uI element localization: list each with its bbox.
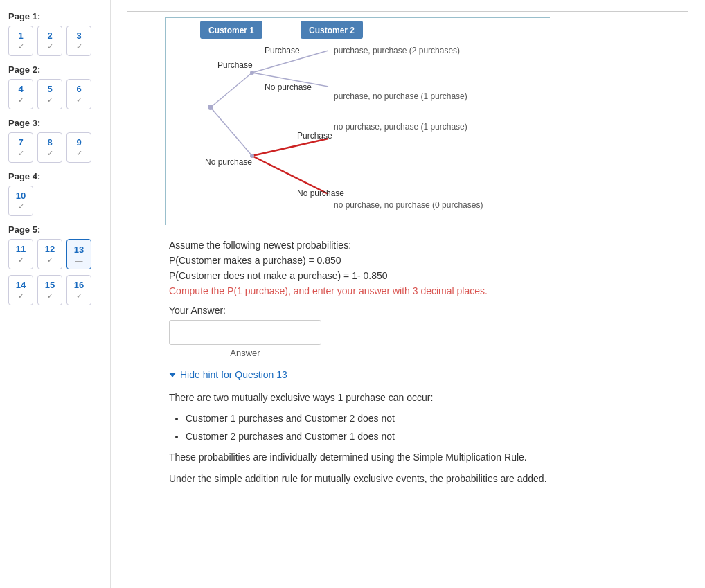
probability-tree-diagram: Customer 1 Customer 2 Purchase No purcha… — [162, 17, 550, 225]
hint-bullet-1: Customer 1 purchases and Customer 2 does… — [186, 411, 688, 426]
hint-toggle-label: Hide hint for Question 13 — [180, 369, 287, 380]
prob1-text: P(Customer makes a purchase) = 0.850 — [169, 255, 688, 266]
prob2-text: P(Customer does not make a purchase) = 1… — [169, 270, 688, 281]
svg-text:No purchase: No purchase — [297, 188, 344, 198]
nav-num-8: 8 — [47, 137, 52, 148]
nav-check-15: ✓ — [47, 292, 53, 301]
nav-check-16: ✓ — [76, 292, 82, 301]
nav-num-15: 15 — [45, 280, 55, 290]
question-text: Compute the P(1 purchase), and enter you… — [169, 285, 688, 296]
hint-toggle-button[interactable]: Hide hint for Question 13 — [169, 369, 688, 380]
svg-line-6 — [211, 73, 252, 107]
content-area: Assume the following newest probabilitie… — [169, 240, 688, 486]
nav-num-13: 13 — [74, 244, 84, 255]
nav-check-11: ✓ — [18, 256, 24, 265]
nav-item-7[interactable]: 7 ✓ — [8, 132, 33, 163]
svg-text:Purchase: Purchase — [265, 46, 300, 55]
nav-num-16: 16 — [74, 280, 84, 290]
svg-text:No purchase: No purchase — [205, 157, 252, 167]
nav-item-11[interactable]: 11 ✓ — [8, 239, 33, 269]
answer-caption: Answer — [169, 348, 321, 358]
nav-check-10: ✓ — [18, 202, 24, 211]
nav-item-8[interactable]: 8 ✓ — [37, 132, 62, 163]
nav-item-15[interactable]: 15 ✓ — [37, 275, 62, 305]
nav-item-4[interactable]: 4 ✓ — [8, 79, 33, 109]
answer-label: Your Answer: — [169, 305, 688, 316]
svg-text:no purchase, no purchase (0 pu: no purchase, no purchase (0 purchases) — [334, 200, 483, 210]
nav-check-1: ✓ — [18, 42, 24, 51]
hint-arrow-icon — [169, 373, 176, 377]
nav-check-6: ✓ — [76, 96, 82, 105]
prob-intro: Assume the following newest probabilitie… — [169, 240, 688, 251]
page-3-label: Page 3: — [8, 118, 102, 128]
svg-text:No purchase: No purchase — [265, 82, 312, 92]
nav-num-4: 4 — [18, 84, 23, 94]
svg-text:Customer 1: Customer 1 — [208, 26, 254, 35]
page-4-nav: 10 ✓ — [8, 186, 102, 216]
hint-bullet-2: Customer 2 purchases and Customer 1 does… — [186, 429, 688, 444]
svg-text:Purchase: Purchase — [217, 60, 253, 70]
page-2-nav: 4 ✓ 5 ✓ 6 ✓ — [8, 79, 102, 109]
hint-intro: There are two mutually exclusive ways 1 … — [169, 390, 688, 405]
svg-text:purchase, no purchase (1 purch: purchase, no purchase (1 purchase) — [334, 91, 467, 101]
nav-item-3[interactable]: 3 ✓ — [66, 26, 91, 56]
nav-num-1: 1 — [18, 30, 23, 41]
nav-check-12: ✓ — [47, 256, 53, 265]
nav-check-8: ✓ — [47, 149, 53, 158]
nav-num-6: 6 — [76, 84, 81, 94]
hint-para2: These probabilities are individually det… — [169, 449, 688, 465]
svg-point-22 — [208, 105, 213, 110]
hint-para3: Under the simple addition rule for mutua… — [169, 471, 688, 486]
nav-check-4: ✓ — [18, 96, 24, 105]
nav-check-3: ✓ — [76, 42, 82, 51]
hint-body: There are two mutually exclusive ways 1 … — [169, 390, 688, 486]
answer-input[interactable] — [169, 320, 321, 345]
nav-item-2[interactable]: 2 ✓ — [37, 26, 62, 56]
page-5-nav-2: 14 ✓ 15 ✓ 16 ✓ — [8, 275, 102, 305]
page-3-nav: 7 ✓ 8 ✓ 9 ✓ — [8, 132, 102, 163]
nav-num-10: 10 — [16, 190, 26, 201]
nav-num-11: 11 — [16, 244, 26, 254]
page-1-label: Page 1: — [8, 11, 102, 21]
page-5-nav: 11 ✓ 12 ✓ 13 — — [8, 239, 102, 269]
page-1-nav: 1 ✓ 2 ✓ 3 ✓ — [8, 26, 102, 56]
sidebar: Page 1: 1 ✓ 2 ✓ 3 ✓ Page 2: 4 ✓ 5 ✓ 6 ✓ … — [0, 0, 111, 588]
svg-line-7 — [211, 107, 252, 156]
main-content: Customer 1 Customer 2 Purchase No purcha… — [111, 0, 705, 588]
svg-text:Customer 2: Customer 2 — [309, 26, 355, 35]
nav-num-7: 7 — [18, 137, 23, 148]
nav-item-10[interactable]: 10 ✓ — [8, 186, 33, 216]
nav-num-9: 9 — [76, 137, 81, 148]
nav-num-5: 5 — [47, 84, 52, 94]
page-5-label: Page 5: — [8, 224, 102, 235]
svg-text:purchase, purchase  (2 purchas: purchase, purchase (2 purchases) — [334, 46, 460, 55]
nav-item-1[interactable]: 1 ✓ — [8, 26, 33, 56]
svg-text:Purchase: Purchase — [297, 131, 332, 141]
nav-item-12[interactable]: 12 ✓ — [37, 239, 62, 269]
hint-list: Customer 1 purchases and Customer 2 does… — [186, 411, 688, 444]
nav-item-14[interactable]: 14 ✓ — [8, 275, 33, 305]
nav-dash-13: — — [75, 256, 83, 265]
nav-check-9: ✓ — [76, 149, 82, 158]
nav-check-7: ✓ — [18, 149, 24, 158]
nav-item-13[interactable]: 13 — — [66, 239, 91, 269]
nav-item-5[interactable]: 5 ✓ — [37, 79, 62, 109]
svg-point-24 — [250, 154, 254, 158]
nav-num-2: 2 — [47, 30, 52, 41]
svg-line-16 — [252, 139, 328, 156]
nav-check-2: ✓ — [47, 42, 53, 51]
nav-num-12: 12 — [45, 244, 55, 254]
page-4-label: Page 4: — [8, 171, 102, 181]
nav-check-14: ✓ — [18, 292, 24, 301]
nav-check-5: ✓ — [47, 96, 53, 105]
nav-item-6[interactable]: 6 ✓ — [66, 79, 91, 109]
svg-point-23 — [250, 71, 254, 75]
svg-text:no purchase, purchase (1 purch: no purchase, purchase (1 purchase) — [334, 122, 467, 132]
page-2-label: Page 2: — [8, 64, 102, 75]
nav-item-9[interactable]: 9 ✓ — [66, 132, 91, 163]
nav-num-3: 3 — [76, 30, 81, 41]
nav-num-14: 14 — [16, 280, 26, 290]
nav-item-16[interactable]: 16 ✓ — [66, 275, 91, 305]
